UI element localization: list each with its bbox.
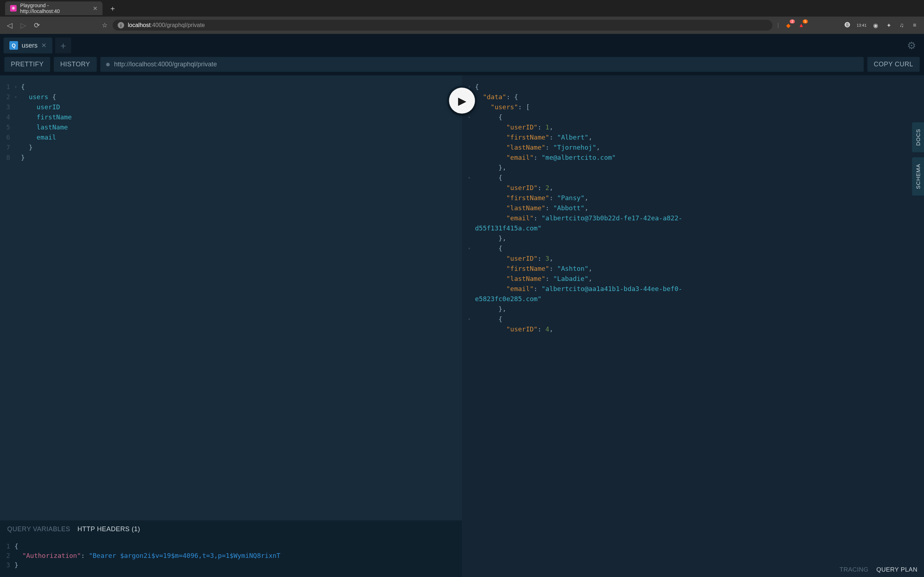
endpoint-url: http://localhost:4000/graphql/private xyxy=(114,61,217,68)
browser-extensions: ◆2 ▲5 🅖 13:41 ◉ ✦ ♫ ≡ xyxy=(784,21,919,29)
tracing-tab[interactable]: TRACING xyxy=(840,566,868,574)
bookmark-icon[interactable]: ☆ xyxy=(102,21,108,29)
endpoint-input[interactable]: http://localhost:4000/graphql/private xyxy=(100,57,864,72)
graphql-favicon xyxy=(10,5,16,11)
url-host: localhost xyxy=(128,22,150,28)
translate-icon[interactable]: 🅖 xyxy=(843,21,852,29)
result-pane: ▾{ ▾ "data": { ▾ "users": [ ▾ { "userID"… xyxy=(462,76,924,577)
forward-icon[interactable]: ▷ xyxy=(19,21,27,29)
back-icon[interactable]: ◁ xyxy=(5,21,14,29)
schema-tab[interactable]: SCHEMA xyxy=(912,157,924,195)
playground-toolbar: PRETTIFY HISTORY http://localhost:4000/g… xyxy=(0,53,924,76)
history-button[interactable]: HISTORY xyxy=(54,57,97,72)
execute-button[interactable]: ▶ xyxy=(449,88,475,114)
query-variables-tab[interactable]: QUERY VARIABLES xyxy=(7,525,70,533)
docs-tab[interactable]: DOCS xyxy=(912,122,924,152)
address-bar[interactable]: i localhost:4000/graphql/private xyxy=(113,20,772,31)
result-footer: TRACING QUERY PLAN xyxy=(833,562,924,577)
settings-icon[interactable]: ⚙ xyxy=(907,40,916,52)
workspace: 1▾{ 2▾ users { 3 userID 4 firstName 5 la… xyxy=(0,76,924,577)
globe-icon[interactable]: ◉ xyxy=(871,21,880,29)
query-tab[interactable]: Q users ✕ xyxy=(3,37,52,53)
query-editor[interactable]: 1▾{ 2▾ users { 3 userID 4 firstName 5 la… xyxy=(0,76,462,521)
side-tools: DOCS SCHEMA xyxy=(912,122,924,196)
menu-icon[interactable]: ≡ xyxy=(910,21,919,29)
brave-shield-icon[interactable]: ◆2 xyxy=(784,21,793,29)
playground-app: Q users ✕ ＋ ⚙ PRETTIFY HISTORY http://lo… xyxy=(0,34,924,577)
query-plan-tab[interactable]: QUERY PLAN xyxy=(876,566,918,574)
headers-editor[interactable]: 1{ 2 "Authorization": "Bearer $argon2i$v… xyxy=(0,538,462,577)
endpoint-status-icon xyxy=(106,63,110,66)
clock-icon: 13:41 xyxy=(856,21,867,29)
query-badge-icon: Q xyxy=(10,41,18,50)
brave-rewards-icon[interactable]: ▲5 xyxy=(797,21,806,29)
left-pane: 1▾{ 2▾ users { 3 userID 4 firstName 5 la… xyxy=(0,76,462,577)
browser-tab[interactable]: Playground - http://localhost:40 ✕ xyxy=(5,2,102,15)
playground-tabs: Q users ✕ ＋ ⚙ xyxy=(0,34,924,53)
new-browser-tab-button[interactable]: ＋ xyxy=(105,3,120,13)
close-icon[interactable]: ✕ xyxy=(93,5,97,12)
copy-curl-button[interactable]: COPY CURL xyxy=(867,57,920,72)
result-viewer[interactable]: ▾{ ▾ "data": { ▾ "users": [ ▾ { "userID"… xyxy=(462,76,924,577)
media-icon[interactable]: ♫ xyxy=(897,21,906,29)
browser-tab-title: Playground - http://localhost:40 xyxy=(20,3,89,14)
url-path: :4000/graphql/private xyxy=(150,22,205,28)
http-headers-tab[interactable]: HTTP HEADERS (1) xyxy=(78,525,141,533)
new-query-tab-button[interactable]: ＋ xyxy=(55,37,71,53)
site-info-icon[interactable]: i xyxy=(118,22,124,29)
browser-tab-strip: Playground - http://localhost:40 ✕ ＋ xyxy=(0,0,924,16)
reload-icon[interactable]: ⟳ xyxy=(32,21,41,29)
close-icon[interactable]: ✕ xyxy=(41,42,47,49)
prettify-button[interactable]: PRETTIFY xyxy=(4,57,50,72)
browser-chrome: Playground - http://localhost:40 ✕ ＋ ◁ ▷… xyxy=(0,0,924,34)
extensions-icon[interactable]: ✦ xyxy=(884,21,893,29)
browser-toolbar: ◁ ▷ ⟳ ☆ i localhost:4000/graphql/private… xyxy=(0,16,924,34)
query-tab-label: users xyxy=(22,42,37,49)
variables-panel: QUERY VARIABLES HTTP HEADERS (1) 1{ 2 "A… xyxy=(0,521,462,577)
